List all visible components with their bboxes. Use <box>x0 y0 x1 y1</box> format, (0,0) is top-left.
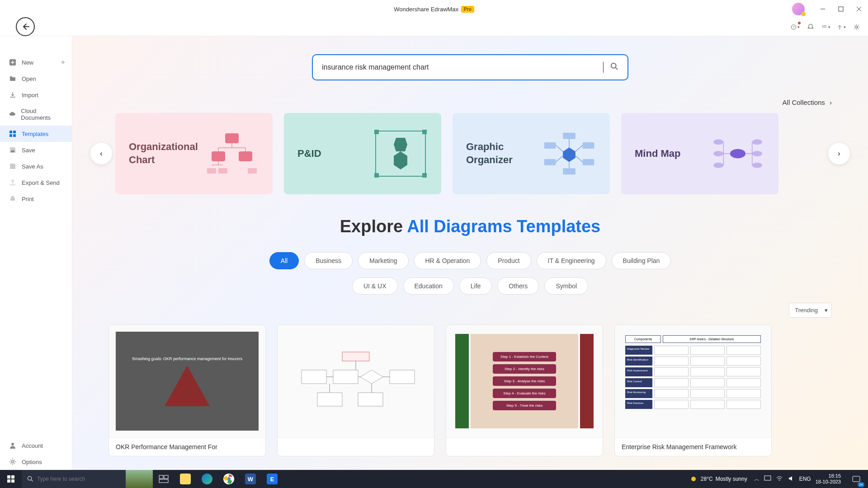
filter-it-engineering[interactable]: IT & Engineering <box>537 252 606 269</box>
svg-point-22 <box>12 461 14 463</box>
taskbar-search-input[interactable] <box>37 476 120 482</box>
sun-icon <box>689 474 698 483</box>
file-explorer-button[interactable] <box>175 470 196 488</box>
search-box[interactable] <box>312 54 628 80</box>
sort-dropdown[interactable]: Trending ▾ <box>789 303 832 318</box>
task-view-button[interactable] <box>153 470 175 488</box>
carousel-prev-button[interactable]: ‹ <box>90 143 112 164</box>
filter-life[interactable]: Life <box>459 277 492 295</box>
edge-button[interactable] <box>196 470 218 488</box>
folder-icon <box>9 75 16 82</box>
chevron-right-icon: › <box>838 150 840 158</box>
tray-volume-icon[interactable] <box>788 475 795 483</box>
maximize-button[interactable] <box>832 0 850 18</box>
svg-point-9 <box>822 27 823 28</box>
filter-building-plan[interactable]: Building Plan <box>612 252 671 269</box>
filter-others[interactable]: Others <box>497 277 539 295</box>
tray-language[interactable]: ENG <box>799 476 811 482</box>
sidebar-item-import[interactable]: Import <box>0 87 72 103</box>
filter-marketing[interactable]: Marketing <box>358 252 408 269</box>
sidebar-item-templates[interactable]: Templates <box>0 126 72 142</box>
svg-rect-16 <box>9 134 12 137</box>
sidebar-item-open[interactable]: Open <box>0 70 72 87</box>
category-card-mind-map[interactable]: Mind Map <box>621 113 778 194</box>
template-card-erf[interactable]: ComponentsERP Area's - Detailed Structur… <box>614 324 772 456</box>
svg-point-43 <box>730 149 745 159</box>
taskbar-search[interactable] <box>22 470 126 488</box>
filter-ui-ux[interactable]: UI & UX <box>352 277 398 295</box>
sidebar-item-options[interactable]: Options <box>0 454 72 470</box>
sidebar-item-account[interactable]: Account <box>0 437 72 454</box>
windows-icon <box>7 475 14 483</box>
filter-business[interactable]: Business <box>304 252 353 269</box>
search-icon <box>610 62 618 70</box>
chrome-button[interactable] <box>218 470 240 488</box>
bell-icon[interactable] <box>806 23 815 32</box>
import-icon <box>9 91 16 99</box>
weather-widget[interactable]: 28°C Mostly sunny <box>689 474 747 483</box>
category-card-graphic-organizer[interactable]: Graphic Organizer <box>453 113 610 194</box>
template-grid: Smashing goals: OKR performance manageme… <box>95 324 845 456</box>
save-as-icon <box>9 163 16 170</box>
search-icon <box>27 476 33 482</box>
edrawmax-button[interactable]: E <box>261 470 283 488</box>
avatar[interactable] <box>792 3 805 15</box>
svg-rect-64 <box>164 475 168 479</box>
sidebar-item-export-send[interactable]: Export & Send <box>0 174 72 191</box>
filter-all[interactable]: All <box>269 252 299 269</box>
sidebar-item-new[interactable]: New + <box>0 54 72 70</box>
svg-point-49 <box>752 163 762 168</box>
carousel-next-button[interactable]: › <box>828 143 850 164</box>
apps-icon[interactable]: ▾ <box>821 23 830 32</box>
org-chart-illustration <box>205 127 259 181</box>
template-card-okr[interactable]: Smashing goals: OKR performance manageme… <box>108 324 266 456</box>
category-label: P&ID <box>297 147 321 160</box>
word-button[interactable]: W <box>240 470 261 488</box>
tray-wifi-icon[interactable] <box>776 475 783 483</box>
minimize-button[interactable] <box>814 0 832 18</box>
sidebar-item-label: Export & Send <box>22 179 60 186</box>
svg-rect-35 <box>422 173 427 178</box>
svg-point-23 <box>611 63 616 68</box>
all-collections-link[interactable]: All Collections › <box>95 99 845 106</box>
close-button[interactable] <box>850 0 868 18</box>
back-button[interactable] <box>16 17 35 36</box>
svg-point-61 <box>28 476 31 480</box>
pro-badge: Pro <box>461 6 474 13</box>
template-card-risk[interactable]: Step 1 - Establish the Context Step 2 - … <box>446 324 603 456</box>
svg-rect-39 <box>544 142 556 149</box>
sidebar-item-save[interactable]: Save <box>0 142 72 158</box>
sidebar-item-print[interactable]: Print <box>0 191 72 207</box>
share-icon[interactable]: ▾ <box>837 23 846 32</box>
notification-button[interactable]: 26 <box>849 472 863 486</box>
sidebar-item-save-as[interactable]: Save As <box>0 158 72 174</box>
sidebar-item-cloud-documents[interactable]: Cloud Documents <box>0 103 72 126</box>
search-button[interactable] <box>610 62 618 72</box>
taskbar-widget[interactable] <box>126 470 153 488</box>
svg-point-12 <box>856 26 858 28</box>
cloud-icon <box>9 111 15 118</box>
start-button[interactable] <box>0 470 22 488</box>
plus-icon[interactable]: + <box>61 58 65 66</box>
svg-rect-57 <box>7 475 10 479</box>
category-card-organizational-chart[interactable]: Organizational Chart <box>115 113 273 194</box>
help-icon[interactable]: ?▾ <box>791 23 800 32</box>
svg-point-46 <box>713 163 723 168</box>
filter-symbol[interactable]: Symbol <box>544 277 588 295</box>
svg-rect-54 <box>390 370 415 384</box>
filter-hr-operation[interactable]: HR & Operation <box>414 252 481 269</box>
filter-product[interactable]: Product <box>486 252 531 269</box>
gear-icon[interactable] <box>852 23 861 32</box>
template-card-flow[interactable] <box>277 324 434 456</box>
tray-chevron-icon[interactable]: ︿ <box>754 475 760 483</box>
category-label: Graphic Organizer <box>466 141 513 166</box>
filter-education[interactable]: Education <box>403 277 454 295</box>
category-card-pid[interactable]: P&ID <box>284 113 441 194</box>
tray-monitor-icon[interactable] <box>764 475 771 483</box>
svg-line-62 <box>31 480 33 482</box>
category-label: Organizational Chart <box>129 141 198 166</box>
search-input[interactable] <box>322 63 602 71</box>
svg-rect-19 <box>10 198 15 201</box>
taskbar-clock[interactable]: 18:15 18-10-2023 <box>816 473 841 485</box>
sidebar-item-label: Print <box>22 196 34 202</box>
